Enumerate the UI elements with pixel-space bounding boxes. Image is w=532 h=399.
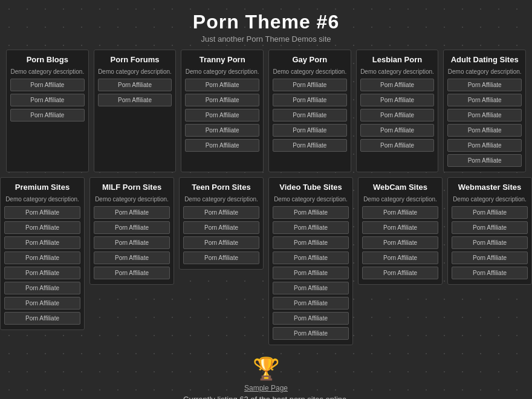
premium-affiliate-4[interactable]: Porn Affiliate bbox=[4, 251, 80, 264]
adult-dating-affiliate-1[interactable]: Porn Affiliate bbox=[447, 79, 522, 91]
lesbian-porn-affiliate-1[interactable]: Porn Affiliate bbox=[360, 79, 435, 91]
webmaster-affiliate-1[interactable]: Porn Affiliate bbox=[452, 206, 528, 219]
porn-forums-affiliate-1[interactable]: Porn Affiliate bbox=[98, 79, 172, 91]
teen-porn-desc: Demo category description. bbox=[183, 195, 259, 203]
webcam-affiliate-2[interactable]: Porn Affiliate bbox=[362, 221, 438, 234]
porn-forums-desc: Demo category description. bbox=[98, 68, 172, 76]
tranny-porn-affiliate-5[interactable]: Porn Affiliate bbox=[185, 139, 259, 152]
webcam-sites-desc: Demo category description. bbox=[362, 195, 438, 203]
gay-porn-title: Gay Porn bbox=[273, 55, 347, 64]
adult-dating-title: Adult Dating Sites bbox=[447, 55, 522, 64]
porn-blogs-affiliate-3[interactable]: Porn Affiliate bbox=[10, 109, 85, 122]
content-area: Porn Blogs Demo category description. Po… bbox=[0, 50, 532, 345]
category-tranny-porn: Tranny Porn Demo category description. P… bbox=[181, 50, 264, 172]
premium-sites-desc: Demo category description. bbox=[4, 195, 80, 203]
video-tube-affiliate-2[interactable]: Porn Affiliate bbox=[273, 221, 349, 234]
webmaster-sites-title: Webmaster Sites bbox=[452, 183, 528, 192]
video-tube-affiliate-7[interactable]: Porn Affiliate bbox=[273, 297, 349, 310]
category-milf-porn: MILF Porn Sites Demo category descriptio… bbox=[89, 177, 174, 285]
adult-dating-affiliate-4[interactable]: Porn Affiliate bbox=[447, 124, 522, 137]
video-tube-affiliate-6[interactable]: Porn Affiliate bbox=[273, 282, 349, 294]
teen-affiliate-2[interactable]: Porn Affiliate bbox=[183, 221, 259, 234]
bottom-row: Premium Sites Demo category description.… bbox=[6, 177, 526, 345]
gay-porn-affiliate-3[interactable]: Porn Affiliate bbox=[273, 109, 347, 122]
gay-porn-affiliate-1[interactable]: Porn Affiliate bbox=[273, 79, 347, 91]
webcam-affiliate-3[interactable]: Porn Affiliate bbox=[362, 236, 438, 249]
video-tube-affiliate-8[interactable]: Porn Affiliate bbox=[273, 312, 349, 325]
category-porn-blogs: Porn Blogs Demo category description. Po… bbox=[6, 50, 89, 172]
premium-affiliate-8[interactable]: Porn Affiliate bbox=[4, 312, 80, 325]
porn-forums-title: Porn Forums bbox=[98, 55, 172, 64]
webmaster-affiliate-3[interactable]: Porn Affiliate bbox=[452, 236, 528, 249]
porn-blogs-desc: Demo category description. bbox=[10, 68, 85, 76]
video-tube-affiliate-5[interactable]: Porn Affiliate bbox=[273, 267, 349, 279]
webcam-affiliate-4[interactable]: Porn Affiliate bbox=[362, 251, 438, 264]
category-porn-forums: Porn Forums Demo category description. P… bbox=[94, 50, 177, 172]
lesbian-porn-desc: Demo category description. bbox=[360, 68, 435, 76]
adult-dating-affiliate-5[interactable]: Porn Affiliate bbox=[447, 139, 522, 152]
video-tube-affiliate-4[interactable]: Porn Affiliate bbox=[273, 251, 349, 264]
lesbian-porn-affiliate-5[interactable]: Porn Affiliate bbox=[360, 139, 435, 152]
premium-affiliate-6[interactable]: Porn Affiliate bbox=[4, 282, 80, 294]
adult-dating-affiliate-3[interactable]: Porn Affiliate bbox=[447, 109, 522, 122]
gay-porn-desc: Demo category description. bbox=[273, 68, 347, 76]
teen-porn-title: Teen Porn Sites bbox=[183, 183, 259, 192]
porn-blogs-affiliate-2[interactable]: Porn Affiliate bbox=[10, 94, 85, 106]
top-row: Porn Blogs Demo category description. Po… bbox=[6, 50, 526, 172]
teen-affiliate-1[interactable]: Porn Affiliate bbox=[183, 206, 259, 219]
teen-affiliate-3[interactable]: Porn Affiliate bbox=[183, 236, 259, 249]
video-tube-affiliate-3[interactable]: Porn Affiliate bbox=[273, 236, 349, 249]
page-header: Porn Theme #6 Just another Porn Theme De… bbox=[0, 0, 532, 50]
category-webmaster-sites: Webmaster Sites Demo category descriptio… bbox=[447, 177, 532, 285]
page-footer: 🏆 Sample Page Currently listing 62 of th… bbox=[0, 345, 532, 399]
video-tube-affiliate-9[interactable]: Porn Affiliate bbox=[273, 327, 349, 340]
milf-affiliate-3[interactable]: Porn Affiliate bbox=[94, 236, 170, 249]
video-tube-title: Video Tube Sites bbox=[273, 183, 349, 192]
gay-porn-affiliate-5[interactable]: Porn Affiliate bbox=[273, 139, 347, 152]
lesbian-porn-affiliate-4[interactable]: Porn Affiliate bbox=[360, 124, 435, 137]
webcam-sites-title: WebCam Sites bbox=[362, 183, 438, 192]
category-gay-porn: Gay Porn Demo category description. Porn… bbox=[268, 50, 351, 172]
lesbian-porn-affiliate-3[interactable]: Porn Affiliate bbox=[360, 109, 435, 122]
premium-affiliate-3[interactable]: Porn Affiliate bbox=[4, 236, 80, 249]
webmaster-affiliate-5[interactable]: Porn Affiliate bbox=[452, 267, 528, 279]
webmaster-affiliate-4[interactable]: Porn Affiliate bbox=[452, 251, 528, 264]
premium-affiliate-5[interactable]: Porn Affiliate bbox=[4, 267, 80, 279]
tranny-porn-affiliate-1[interactable]: Porn Affiliate bbox=[185, 79, 259, 91]
tranny-porn-affiliate-3[interactable]: Porn Affiliate bbox=[185, 109, 259, 122]
webmaster-affiliate-2[interactable]: Porn Affiliate bbox=[452, 221, 528, 234]
gay-porn-affiliate-2[interactable]: Porn Affiliate bbox=[273, 94, 347, 106]
porn-forums-affiliate-2[interactable]: Porn Affiliate bbox=[98, 94, 172, 106]
webcam-affiliate-1[interactable]: Porn Affiliate bbox=[362, 206, 438, 219]
page-subtitle: Just another Porn Theme Demos site bbox=[0, 34, 532, 44]
milf-affiliate-4[interactable]: Porn Affiliate bbox=[94, 251, 170, 264]
milf-affiliate-5[interactable]: Porn Affiliate bbox=[94, 267, 170, 279]
milf-affiliate-2[interactable]: Porn Affiliate bbox=[94, 221, 170, 234]
webcam-affiliate-5[interactable]: Porn Affiliate bbox=[362, 267, 438, 279]
milf-porn-desc: Demo category description. bbox=[94, 195, 170, 203]
tranny-porn-title: Tranny Porn bbox=[185, 55, 259, 64]
premium-affiliate-7[interactable]: Porn Affiliate bbox=[4, 297, 80, 310]
gay-porn-affiliate-4[interactable]: Porn Affiliate bbox=[273, 124, 347, 137]
milf-affiliate-1[interactable]: Porn Affiliate bbox=[94, 206, 170, 219]
webcam-stack: WebCam Sites Demo category description. … bbox=[358, 177, 443, 345]
tranny-porn-affiliate-2[interactable]: Porn Affiliate bbox=[185, 94, 259, 106]
premium-affiliate-2[interactable]: Porn Affiliate bbox=[4, 221, 80, 234]
adult-dating-desc: Demo category description. bbox=[447, 68, 522, 76]
tranny-porn-affiliate-4[interactable]: Porn Affiliate bbox=[185, 124, 259, 137]
premium-affiliate-1[interactable]: Porn Affiliate bbox=[4, 206, 80, 219]
category-webcam-sites: WebCam Sites Demo category description. … bbox=[358, 177, 443, 285]
porn-blogs-title: Porn Blogs bbox=[10, 55, 85, 64]
adult-dating-affiliate-2[interactable]: Porn Affiliate bbox=[447, 94, 522, 106]
footer-emblem-icon: 🏆 bbox=[0, 356, 532, 381]
sample-page-link[interactable]: Sample Page bbox=[0, 384, 532, 392]
teen-stack: Teen Porn Sites Demo category descriptio… bbox=[179, 177, 264, 345]
premium-sites-title: Premium Sites bbox=[4, 183, 80, 192]
adult-dating-affiliate-6[interactable]: Porn Affiliate bbox=[447, 154, 522, 167]
video-tube-stack: Video Tube Sites Demo category descripti… bbox=[268, 177, 353, 345]
porn-blogs-affiliate-1[interactable]: Porn Affiliate bbox=[10, 79, 85, 91]
video-tube-affiliate-1[interactable]: Porn Affiliate bbox=[273, 206, 349, 219]
webmaster-stack: Webmaster Sites Demo category descriptio… bbox=[447, 177, 532, 345]
teen-affiliate-4[interactable]: Porn Affiliate bbox=[183, 251, 259, 264]
lesbian-porn-affiliate-2[interactable]: Porn Affiliate bbox=[360, 94, 435, 106]
